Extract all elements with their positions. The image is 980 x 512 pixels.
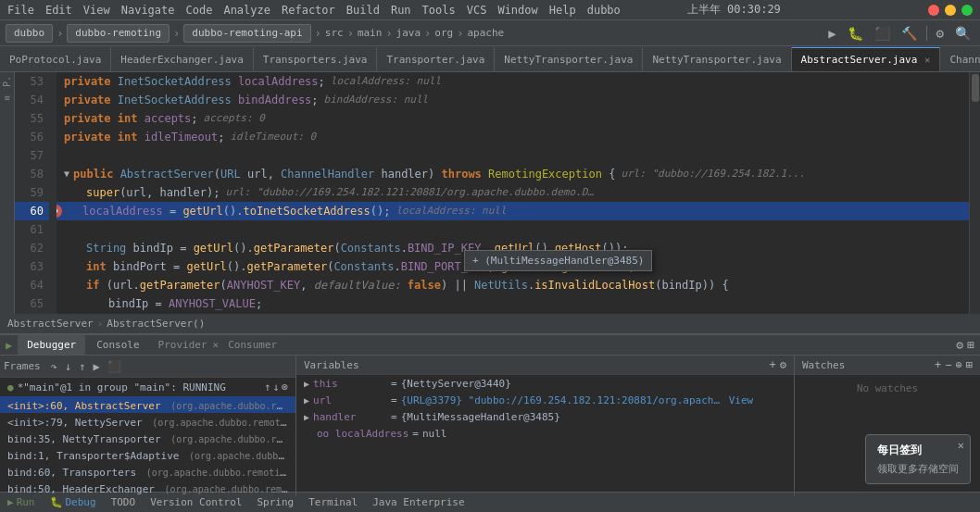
- debug-provider-label[interactable]: Provider: [158, 339, 207, 351]
- step-over-btn[interactable]: ↷: [48, 359, 60, 374]
- var-localaddress-val: null: [422, 428, 447, 440]
- status-todo-btn[interactable]: TODO: [111, 496, 136, 508]
- var-url-expand[interactable]: ▶: [304, 395, 309, 406]
- settings-icon[interactable]: ⚙: [933, 24, 948, 43]
- debug-tabs: ▶ Debugger Console Provider ✕ Consumer ⚙…: [0, 335, 980, 356]
- menu-run[interactable]: Run: [391, 4, 411, 17]
- frame-pkg-1: (org.apache.dubbo.remoting.transport.net…: [152, 418, 295, 428]
- watches-settings-btn[interactable]: ⊕: [956, 358, 962, 371]
- status-vcs-btn[interactable]: Version Control: [150, 496, 242, 508]
- menu-view[interactable]: View: [83, 4, 110, 17]
- scrollbar-thumb[interactable]: [972, 74, 979, 102]
- tab-channelhandlers[interactable]: ChannelHandlers.java: [940, 47, 980, 71]
- frame-pkg-0: (org.apache.dubbo.remoting.transport): [170, 401, 295, 411]
- toolbar-module2-btn[interactable]: dubbo-remoting-api: [183, 24, 310, 43]
- breadcrumb-constructor[interactable]: AbstractServer(): [107, 318, 205, 330]
- menu-bar: File Edit View Navigate Code Analyze Ref…: [0, 0, 980, 20]
- search-icon[interactable]: 🔍: [951, 24, 974, 43]
- tab-nettytransporter1[interactable]: NettyTransporter.java: [495, 47, 643, 71]
- frame-item-1[interactable]: <init>:79, NettyServer (org.apache.dubbo…: [0, 413, 295, 430]
- tab-abstractserver[interactable]: AbstractServer.java ✕: [792, 47, 941, 71]
- tab-transporter[interactable]: Transporter.java: [377, 47, 495, 71]
- right-scrollbar[interactable]: [969, 72, 980, 314]
- run-icon[interactable]: ▶: [824, 24, 839, 43]
- var-item-handler: ▶ handler = {MultiMessageHandler@3485}: [296, 408, 794, 425]
- tab-abstractserver-close[interactable]: ✕: [924, 55, 930, 65]
- debug-tab-debugger[interactable]: Debugger: [18, 335, 85, 355]
- menu-refactor[interactable]: Refactor: [282, 4, 335, 17]
- var-handler-expand[interactable]: ▶: [304, 412, 309, 422]
- frame-class-4: bind:60, Transporters: [7, 467, 136, 479]
- debug-tab-console[interactable]: Console: [87, 335, 148, 355]
- thread-label: *"main"@1 in group "main": RUNNING: [18, 381, 226, 393]
- debug-layout-icon[interactable]: ⊞: [967, 338, 974, 352]
- menu-code[interactable]: Code: [186, 4, 213, 17]
- frame-item-4[interactable]: bind:60, Transporters (org.apache.dubbo.…: [0, 463, 295, 480]
- toolbar-module-btn[interactable]: dubbo-remoting: [67, 24, 170, 43]
- debug-settings-icon[interactable]: ⚙: [956, 338, 963, 352]
- window-close-btn[interactable]: [928, 5, 939, 16]
- menu-edit[interactable]: Edit: [45, 4, 72, 17]
- watches-expand-btn[interactable]: ⊞: [966, 358, 973, 371]
- stop-btn[interactable]: ⬛: [105, 359, 124, 374]
- debug-consumer-label[interactable]: Consumer: [228, 339, 277, 351]
- status-spring-btn[interactable]: Spring: [257, 496, 294, 508]
- tab-nettytransporter2[interactable]: NettyTransporter.java: [643, 47, 791, 71]
- menu-vcs[interactable]: VCS: [467, 4, 487, 17]
- vars-settings-btn[interactable]: ⚙: [780, 358, 786, 371]
- window-minimize-btn[interactable]: [945, 5, 956, 16]
- frame-item-3[interactable]: bind:1, Transporter$Adaptive (org.apache…: [0, 446, 295, 463]
- menu-file[interactable]: File: [7, 4, 34, 17]
- menu-navigate[interactable]: Navigate: [121, 4, 175, 17]
- debug-close-provider[interactable]: ✕: [213, 339, 220, 351]
- breadcrumb-abstractserver[interactable]: AbstractServer: [7, 318, 94, 330]
- status-run-btn[interactable]: ▶ Run: [7, 496, 35, 508]
- menu-help[interactable]: Help: [549, 4, 576, 17]
- line-num-61: 61: [15, 220, 49, 239]
- vars-add-btn[interactable]: +: [770, 358, 776, 371]
- frame-item-2[interactable]: bind:35, NettyTransporter (org.apache.du…: [0, 430, 295, 446]
- stop-icon[interactable]: ⬛: [871, 24, 894, 43]
- menu-window[interactable]: Window: [497, 4, 537, 17]
- project-icon[interactable]: P.: [2, 76, 12, 87]
- status-debug-btn[interactable]: 🐛 Debug: [50, 496, 96, 508]
- editor-main: P. ≡ 53 54 55 56 57 58 59 60 61 62 63 64…: [0, 72, 980, 314]
- tab-headerexchanger-label: HeaderExchanger.java: [120, 54, 243, 66]
- var-url-view-link[interactable]: View: [729, 394, 754, 406]
- tab-headerexchanger[interactable]: HeaderExchanger.java: [111, 47, 253, 71]
- frame-class-1: <init>:79, NettyServer: [7, 417, 143, 429]
- thread-up-btn[interactable]: ↑: [264, 381, 270, 393]
- debug-icon[interactable]: 🐛: [844, 24, 867, 43]
- window-controls: [928, 5, 973, 16]
- toolbar-project-btn[interactable]: dubbo: [6, 24, 53, 43]
- tab-transporters[interactable]: Transporters.java: [254, 47, 378, 71]
- menu-build[interactable]: Build: [346, 4, 380, 17]
- thread-filter-btn[interactable]: ⊗: [282, 381, 288, 393]
- debug-icon-status: 🐛: [50, 496, 63, 508]
- window-maximize-btn[interactable]: [961, 5, 973, 16]
- code-content[interactable]: private InetSocketAddress localAddress; …: [57, 72, 969, 314]
- toolbar-sep-1: [926, 26, 927, 41]
- var-handler-eq: =: [391, 411, 397, 423]
- frames-toolbar: Frames ↷ ↓ ↑ ▶ ⬛: [0, 356, 295, 378]
- step-into-btn[interactable]: ↓: [62, 359, 74, 374]
- menu-dubbo[interactable]: dubbo: [587, 4, 621, 17]
- watches-remove-btn[interactable]: −: [945, 358, 951, 371]
- tab-poprotocol[interactable]: PoProtocol.java: [0, 47, 111, 71]
- frame-item-5[interactable]: bind:50, HeaderExchanger (org.apache.dub…: [0, 480, 295, 496]
- status-java-btn[interactable]: Java Enterprise: [372, 496, 464, 508]
- build-icon[interactable]: 🔨: [898, 24, 921, 43]
- structure-icon[interactable]: ≡: [4, 93, 9, 103]
- thread-down-btn[interactable]: ↓: [273, 381, 280, 393]
- step-out-btn[interactable]: ↑: [76, 359, 88, 374]
- status-terminal-btn[interactable]: Terminal: [308, 496, 358, 508]
- menu-analyze[interactable]: Analyze: [223, 4, 270, 17]
- resume-btn[interactable]: ▶: [90, 359, 102, 374]
- menu-tools[interactable]: Tools: [422, 4, 456, 17]
- line-num-57: 57: [15, 146, 49, 165]
- var-url-val[interactable]: {URL@3379} "dubbo://169.254.182.121:2088…: [401, 394, 725, 406]
- var-this-expand[interactable]: ▶: [304, 379, 309, 389]
- notification-close-btn[interactable]: ✕: [958, 439, 964, 452]
- frame-item-0[interactable]: <init>:60, AbstractServer (org.apache.du…: [0, 396, 295, 413]
- watches-add-btn[interactable]: +: [935, 358, 941, 371]
